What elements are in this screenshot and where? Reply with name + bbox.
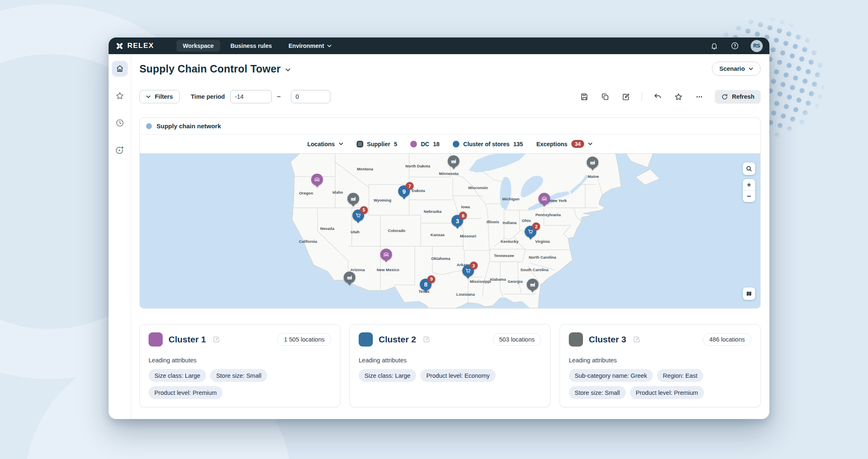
exception-count-badge: 2 — [532, 222, 540, 230]
cart-icon — [355, 212, 362, 219]
basemap-toggle-button[interactable] — [743, 287, 755, 300]
sidebar-item-history[interactable] — [112, 115, 128, 131]
chevron-down-icon — [588, 142, 593, 145]
zoom-in-button[interactable]: + — [743, 179, 755, 190]
top-navbar: RELEX WorkspaceBusiness rulesEnvironment… — [109, 37, 769, 54]
favorite-button[interactable] — [673, 92, 684, 102]
home-icon — [115, 64, 124, 73]
time-period-to-input[interactable] — [291, 90, 330, 103]
exception-count-badge: 5 — [360, 206, 368, 214]
attribute-tag: Store size: Small — [569, 386, 626, 399]
supplier-pin — [347, 193, 359, 205]
filters-button[interactable]: Filters — [139, 90, 180, 103]
duplicate-button[interactable] — [600, 92, 610, 102]
map-marker-cart[interactable]: 5 — [352, 210, 364, 223]
more-options-button[interactable] — [694, 92, 704, 102]
cluster-card-2: Cluster 2503 locationsLeading attributes… — [350, 324, 551, 407]
legend-item-label: DC — [421, 141, 429, 147]
nav-item-label: Workspace — [183, 42, 213, 49]
refresh-button[interactable]: Refresh — [715, 90, 761, 104]
copy-icon — [601, 92, 610, 101]
nav-item-label: Business rules — [231, 42, 272, 49]
map-marker-stores[interactable]: 89 — [420, 279, 432, 292]
map-marker-cart[interactable]: 3 — [462, 265, 474, 279]
attribute-tag: Sub-category name: Greek — [569, 369, 653, 382]
edit-button[interactable] — [621, 92, 631, 102]
map-marker-cart[interactable]: 2 — [525, 226, 536, 239]
map-icon — [746, 290, 752, 297]
cluster-card-3: Cluster 3486 locationsLeading attributes… — [560, 324, 761, 407]
attribute-tag: Product level: Premium — [149, 386, 223, 399]
main-content: Supply Chain Control Tower Scenario — [131, 54, 769, 419]
edit-icon — [633, 336, 640, 343]
map-marker-supplier[interactable] — [448, 155, 459, 169]
ellipsis-icon — [695, 92, 704, 101]
legend-locations-dropdown[interactable]: Locations — [308, 141, 343, 147]
supply-chain-network-panel: Supply chain network Locations Supplier5… — [139, 117, 761, 309]
play-circle-icon — [115, 145, 124, 155]
legend-item-supplier[interactable]: Supplier5 — [357, 141, 397, 147]
filters-label: Filters — [155, 93, 173, 100]
sidebar-item-runs[interactable] — [112, 142, 128, 158]
attribute-tags: Size class: LargeStore size: SmallProduc… — [149, 369, 331, 399]
title-chevron[interactable] — [285, 66, 290, 73]
map-marker-supplier[interactable] — [527, 279, 538, 292]
edit-cluster-button[interactable] — [423, 336, 430, 343]
left-sidebar — [109, 54, 131, 419]
map-marker-supplier[interactable] — [587, 157, 598, 170]
page-title: Supply Chain Control Tower — [139, 63, 280, 75]
map-zoom-control: + − — [743, 179, 755, 202]
map-marker-dc[interactable] — [538, 193, 550, 207]
relex-logo[interactable]: RELEX — [115, 42, 154, 50]
map-marker-supplier[interactable] — [344, 272, 355, 285]
dc-pin — [538, 193, 550, 205]
toolbar: Filters Time period – — [139, 90, 761, 104]
legend-item-dc[interactable]: DC18 — [410, 141, 439, 147]
leading-attributes-label: Leading attributes — [569, 357, 751, 364]
map-marker-stores[interactable]: 38 — [451, 215, 463, 229]
legend-exceptions-dropdown[interactable]: Exceptions 34 — [536, 140, 593, 148]
map-legend: Locations Supplier5DC18Cluster of stores… — [140, 135, 760, 153]
warehouse-icon — [541, 195, 548, 202]
nav-item-business-rules[interactable]: Business rules — [224, 40, 278, 52]
edit-cluster-button[interactable] — [213, 336, 220, 343]
help-button[interactable]: ? — [730, 41, 740, 51]
zoom-out-button[interactable]: − — [743, 191, 755, 202]
save-button[interactable] — [579, 92, 590, 102]
us-map[interactable]: MontanaNorth DakotaDakotaMinnesotaWiscon… — [140, 153, 760, 308]
sidebar-item-favorites[interactable] — [112, 88, 128, 104]
map-marker-stores[interactable]: 97 — [398, 185, 410, 199]
chevron-down-icon — [749, 67, 753, 70]
legend-locations-label: Locations — [308, 141, 335, 147]
title-row: Supply Chain Control Tower Scenario — [139, 61, 761, 77]
cluster-color-swatch — [149, 332, 163, 347]
edit-icon — [423, 336, 430, 343]
map-search-button[interactable] — [743, 162, 755, 175]
legend-item-cluster-of-stores[interactable]: Cluster of stores135 — [453, 141, 523, 147]
nav-item-environment[interactable]: Environment — [282, 40, 338, 52]
scenario-button[interactable]: Scenario — [712, 62, 761, 76]
time-period-from-input[interactable] — [230, 90, 272, 103]
nav-item-workspace[interactable]: Workspace — [176, 40, 220, 52]
brand-name: RELEX — [127, 42, 154, 50]
cluster-card-1: Cluster 11 505 locationsLeading attribut… — [139, 324, 340, 407]
attribute-tag: Size class: Large — [149, 369, 206, 382]
user-avatar[interactable]: RS — [751, 40, 763, 52]
svg-text:?: ? — [734, 44, 736, 48]
panel-header: Supply chain network — [140, 118, 760, 135]
map-marker-dc[interactable] — [311, 174, 323, 187]
cart-icon — [465, 267, 471, 274]
legend-item-count: 18 — [433, 141, 440, 147]
factory-icon — [529, 281, 536, 288]
chevron-down-icon — [285, 68, 290, 72]
factory-icon — [450, 158, 457, 165]
edit-cluster-button[interactable] — [633, 336, 640, 343]
undo-button[interactable] — [652, 92, 663, 102]
sidebar-item-home[interactable] — [112, 61, 128, 77]
notifications-button[interactable] — [709, 41, 719, 51]
map-marker-dc[interactable] — [380, 249, 392, 262]
nav-right: ? RS — [709, 40, 763, 52]
factory-icon — [346, 274, 353, 281]
map-marker-supplier[interactable] — [347, 193, 359, 207]
factory-icon — [350, 195, 357, 202]
